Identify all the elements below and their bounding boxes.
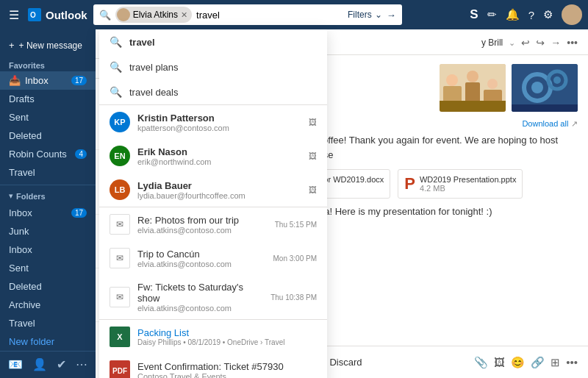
dd-file-name: Packing List	[137, 327, 284, 338]
expand-icon[interactable]: ↗	[571, 119, 578, 128]
dd-event-org: Contoso Travel & Events	[137, 372, 284, 379]
more-actions-icon[interactable]: •••	[567, 37, 578, 49]
sidebar-item-sent2[interactable]: Sent	[0, 259, 96, 277]
search-suggestion-travel[interactable]: 🔍 travel	[99, 29, 327, 54]
dd-email-cancun[interactable]: ✉ Trip to Cancún elvia.atkins@contoso.co…	[99, 241, 327, 275]
dd-event-name: Event Confirmation: Ticket #57930	[137, 361, 284, 372]
tasks-bottom-icon[interactable]: ✔	[57, 357, 66, 371]
sidebar-item-travel[interactable]: Travel	[0, 163, 96, 182]
drafts-label: Drafts	[9, 93, 35, 104]
dd-email-info: Re: Photos from our trip elvia.atkins@co…	[137, 215, 268, 235]
settings-icon[interactable]: ⚙	[543, 8, 553, 21]
dd-contact-erik[interactable]: EN Erik Nason erik@northwind.com 🖼	[99, 139, 327, 173]
emoji-footer-icon[interactable]: 😊	[511, 356, 525, 369]
dd-file-info: Packing List Daisy Phillips • 08/1/2019 …	[137, 327, 284, 346]
filter-button[interactable]: Filters ⌄	[348, 10, 382, 20]
chip-avatar	[117, 8, 130, 21]
dd-email-subject: Fw: Tickets to Saturday's show	[137, 282, 263, 304]
dd-email-tickets[interactable]: ✉ Fw: Tickets to Saturday's show elvia.a…	[99, 275, 327, 319]
favorites-section-label: Favorites	[0, 55, 96, 71]
image-gears	[512, 64, 578, 112]
mail-bottom-icon[interactable]: 📧	[8, 357, 23, 371]
more-footer-icon[interactable]: •••	[566, 356, 578, 368]
from-label: y Brill	[481, 38, 503, 48]
sidebar-item-inbox[interactable]: 📥Inbox 17	[0, 71, 96, 90]
filter-label: Filters	[348, 10, 372, 20]
sidebar-item-robin[interactable]: Robin Counts 4	[0, 145, 96, 163]
hamburger-icon[interactable]: ☰	[6, 5, 22, 25]
sidebar-item-travel2[interactable]: Travel	[0, 314, 96, 332]
dd-excel-icon: X	[110, 327, 130, 347]
search-input[interactable]	[196, 10, 343, 21]
people-bottom-icon[interactable]: 👤	[32, 357, 47, 371]
sidebar-item-deleted2[interactable]: Deleted	[0, 277, 96, 296]
sidebar-item-deleted[interactable]: Deleted	[0, 126, 96, 145]
dd-email-photos[interactable]: ✉ Re: Photos from our trip elvia.atkins@…	[99, 207, 327, 241]
search-person-chip[interactable]: Elvia Atkins ✕	[115, 7, 192, 23]
link-footer-icon[interactable]: 🔗	[531, 356, 545, 369]
robin-badge: 4	[75, 149, 87, 159]
table-footer-icon[interactable]: ⊞	[551, 356, 560, 369]
dd-contact-kristin[interactable]: KP Kristin Patterson kpatterson@contoso.…	[99, 105, 327, 139]
search-submit-icon[interactable]: →	[387, 10, 396, 21]
inbox-label: Inbox	[25, 75, 49, 86]
user-avatar[interactable]	[562, 4, 582, 25]
sidebar: + + New message Favorites 📥Inbox 17 Draf…	[0, 29, 96, 378]
dd-contact-info: Kristin Patterson kpatterson@contoso.com	[137, 113, 229, 132]
chip-label: Elvia Atkins	[133, 10, 178, 20]
dd-email-info: Fw: Tickets to Saturday's show elvia.atk…	[137, 282, 263, 313]
folders-chevron-icon: ▾	[9, 191, 13, 201]
new-message-button[interactable]: + + New message	[0, 35, 96, 55]
gears-image-svg	[512, 64, 578, 112]
sidebar-item-sent[interactable]: Sent	[0, 108, 96, 126]
svg-point-14	[553, 76, 561, 84]
dd-contact-lydia[interactable]: LB Lydia Bauer lydia.bauer@fourthcoffee.…	[99, 173, 327, 207]
suggestion-text-plans: travel plans	[129, 62, 178, 73]
dd-contact-email: kpatterson@contoso.com	[137, 124, 229, 132]
sidebar-item-inbox2[interactable]: Inbox 17	[0, 204, 96, 222]
inbox-icon: 📥	[9, 75, 21, 86]
reply-icon[interactable]: ↩	[521, 37, 530, 49]
svg-text:O: O	[30, 11, 36, 19]
attachment-pptx[interactable]: P WD2019 Presentation.pptx 4.2 MB	[398, 169, 523, 199]
dd-contact-info: Erik Nason erik@northwind.com	[137, 146, 211, 166]
bell-icon[interactable]: 🔔	[506, 8, 520, 21]
pen-icon[interactable]: ✏	[487, 8, 497, 21]
dd-event-confirmation[interactable]: PDF Event Confirmation: Ticket #57930 Co…	[99, 354, 327, 378]
search-suggestion-icon: 🔍	[110, 61, 122, 73]
forward-icon[interactable]: →	[551, 37, 561, 49]
dd-contact-icon: 🖼	[309, 118, 317, 126]
reply-all-icon[interactable]: ↩	[536, 37, 545, 49]
dd-file-packing[interactable]: X Packing List Daisy Phillips • 08/1/201…	[99, 320, 327, 354]
new-message-label: + New message	[19, 40, 82, 51]
discard-button[interactable]: Discard	[323, 352, 368, 372]
search-suggestion-travel-plans[interactable]: 🔍 travel plans	[99, 54, 327, 79]
deleted2-label: Deleted	[9, 281, 42, 292]
search-suggestion-travel-deals[interactable]: 🔍 travel deals	[99, 79, 327, 104]
travel-label: Travel	[9, 167, 35, 178]
new-folder-link[interactable]: New folder	[0, 332, 96, 351]
dd-email-subject: Trip to Cancún	[137, 249, 266, 260]
skype-icon[interactable]: S	[470, 7, 478, 22]
dd-email-info: Trip to Cancún elvia.atkins@contoso.com	[137, 249, 266, 268]
chip-remove-icon[interactable]: ✕	[181, 10, 187, 20]
more-bottom-icon[interactable]: ⋯	[76, 357, 87, 371]
attachment-size: 4.2 MB	[420, 184, 516, 193]
new-message-plus-icon: +	[9, 40, 15, 51]
travel2-label: Travel	[9, 318, 35, 329]
dd-email-from: elvia.atkins@contoso.com	[137, 226, 268, 235]
sent-label: Sent	[9, 112, 29, 123]
dd-email-time: Mon 3:00 PM	[273, 254, 317, 263]
download-all-link[interactable]: Download all	[522, 119, 568, 128]
help-icon[interactable]: ?	[528, 9, 534, 21]
attach-footer-icon[interactable]: 📎	[474, 356, 488, 369]
dd-contact-name: Kristin Patterson	[137, 113, 229, 124]
sidebar-item-inbox3[interactable]: Inbox	[0, 240, 96, 259]
image-footer-icon[interactable]: 🖼	[494, 356, 505, 368]
office-image-svg	[440, 64, 506, 112]
sidebar-item-drafts[interactable]: Drafts	[0, 90, 96, 108]
folders-section-toggle[interactable]: ▾ Folders	[0, 188, 96, 204]
dd-email-time: Thu 10:38 PM	[270, 293, 317, 302]
sidebar-item-archive[interactable]: Archive	[0, 296, 96, 314]
sidebar-item-junk[interactable]: Junk	[0, 222, 96, 240]
